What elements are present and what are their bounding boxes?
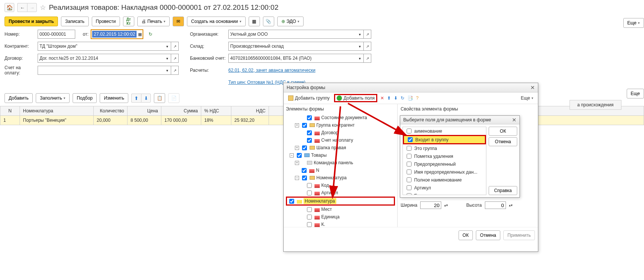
bank-field[interactable]: 40702810656000001084, ВТБ 24 (ПАО) (228, 54, 356, 63)
printer-icon: 🖨 (141, 19, 146, 24)
add-field-icon (337, 95, 342, 101)
calc-link[interactable]: 62.01, 62.02, зачет аванса автоматически (228, 68, 315, 73)
warehouse-field[interactable]: Производственный склад (228, 42, 356, 51)
col-sum: Сумма (161, 106, 201, 116)
table-more-button[interactable]: Еще (627, 89, 644, 98)
invoice-open[interactable]: ↗ (171, 66, 179, 75)
warehouse-dropdown[interactable]: ▾ (356, 42, 364, 51)
dialog-more-button[interactable]: Еще (519, 95, 535, 101)
bank-open[interactable]: ↗ (364, 54, 371, 63)
number-label: Номер: (5, 32, 35, 37)
org-dropdown[interactable]: ▾ (356, 30, 364, 39)
popup-close-icon[interactable]: ✕ (512, 117, 516, 123)
add-group-button[interactable]: Добавить группу (287, 95, 331, 101)
dialog-title: Настройка формы (287, 85, 325, 90)
col-n: N (0, 106, 20, 116)
col-origin: а происхождения (570, 100, 622, 110)
bank-label: Банковский счет: (190, 56, 226, 61)
contract-open[interactable]: ↗ (171, 54, 179, 63)
date-label: от: (83, 32, 88, 37)
move-down-button[interactable]: ⬇ (141, 94, 151, 103)
change-button[interactable]: Изменить (100, 93, 128, 103)
back-button[interactable]: ← (17, 3, 27, 12)
expand-icon[interactable]: + (295, 123, 299, 126)
delete-icon[interactable]: ✕ (380, 95, 384, 101)
col-vat-rate: % НДС (201, 106, 231, 116)
contractor-dropdown[interactable]: ▾ (164, 42, 171, 51)
add-fields-button[interactable]: Добавить поля (334, 94, 377, 102)
invoice-field[interactable] (38, 66, 164, 75)
warehouse-open[interactable]: ↗ (364, 42, 371, 51)
move-up-icon[interactable]: ⬆ (387, 95, 391, 101)
add-row-button[interactable]: Добавить (5, 93, 33, 103)
favorite-icon[interactable]: ☆ (40, 3, 46, 12)
col-item: Номенклатура (20, 106, 94, 116)
move-up-button[interactable]: ⬆ (131, 94, 141, 103)
refresh-icon[interactable]: ↻ (401, 95, 404, 101)
page-title: Реализация товаров: Накладная 0000-00000… (49, 3, 278, 12)
warehouse-label: Склад: (190, 44, 226, 49)
copy-button[interactable]: 📋 (154, 93, 165, 103)
move-down-icon[interactable]: ⬇ (394, 95, 398, 101)
register-button[interactable]: ▦ (249, 17, 260, 26)
calc-label: Расчеты: (190, 68, 226, 73)
invoice-dropdown[interactable]: ▾ (164, 66, 171, 75)
popup-title: Выберите поля для размещения в форме (403, 117, 491, 123)
add-group-icon (288, 95, 293, 101)
attachment-button[interactable]: 📎 (263, 17, 274, 26)
post-button[interactable]: Провести (92, 17, 120, 26)
edo-icon: ⊕ (281, 19, 285, 24)
contractor-label: Контрагент: (5, 44, 35, 49)
write-button[interactable]: Записать (61, 17, 88, 26)
col-vat: НДС (231, 106, 269, 116)
org-field[interactable]: Уютный дом ООО (228, 30, 356, 39)
home-button[interactable]: 🏠 (5, 3, 14, 12)
field-picker-popup: Выберите поля для размещения в форме ✕ а… (400, 115, 520, 125)
more-button[interactable]: Еще (623, 18, 644, 28)
folder-icon (310, 123, 315, 125)
contract-field[interactable]: Дог. пост.№25 от 20.12.2014 (38, 54, 164, 63)
org-label: Организация: (190, 32, 226, 37)
elements-tree-title: Элементы формы (286, 106, 395, 114)
duplicate-icon[interactable]: 📑 (407, 95, 413, 101)
invoice-label: Счет на оплату: (5, 65, 35, 76)
number-field[interactable]: 0000-000001 (38, 30, 75, 39)
properties-title: Свойства элемента формы (401, 106, 535, 114)
print-button[interactable]: 🖨 Печать (137, 17, 170, 26)
org-open[interactable]: ↗ (364, 30, 371, 39)
bank-dropdown[interactable]: ▾ (356, 54, 364, 63)
forward-button[interactable]: → (27, 3, 37, 12)
mail-button[interactable]: ✉ (173, 17, 184, 26)
col-price: Цена (128, 106, 161, 116)
pick-button[interactable]: Подбор (73, 93, 97, 103)
field-icon (314, 117, 320, 120)
elements-tree[interactable]: Состояние документа +Группа контрагент Д… (286, 114, 395, 125)
contract-dropdown[interactable]: ▾ (164, 54, 171, 63)
contract-label: Договор: (5, 56, 35, 61)
paste-button[interactable]: 📄 (168, 93, 179, 103)
post-and-close-button[interactable]: Провести и закрыть (5, 17, 58, 26)
create-based-button[interactable]: Создать на основании (187, 17, 246, 26)
edo-button[interactable]: ⊕ ЭДО (277, 17, 304, 26)
refresh-icon[interactable]: ↻ (149, 32, 152, 37)
contractor-open[interactable]: ↗ (171, 42, 179, 51)
col-qty: Количество (94, 106, 128, 116)
contractor-field[interactable]: ТД "Шторкин дом" (38, 42, 164, 51)
date-field[interactable]: 27.02.2015 12:00:02 (92, 31, 137, 38)
dialog-close-icon[interactable]: ✕ (530, 85, 535, 91)
dr-cr-button[interactable]: ДтКт (123, 17, 134, 26)
fill-button[interactable]: Заполнить (36, 93, 70, 103)
calendar-icon[interactable]: ▦ (138, 32, 142, 37)
help-icon[interactable]: ? (416, 95, 419, 101)
